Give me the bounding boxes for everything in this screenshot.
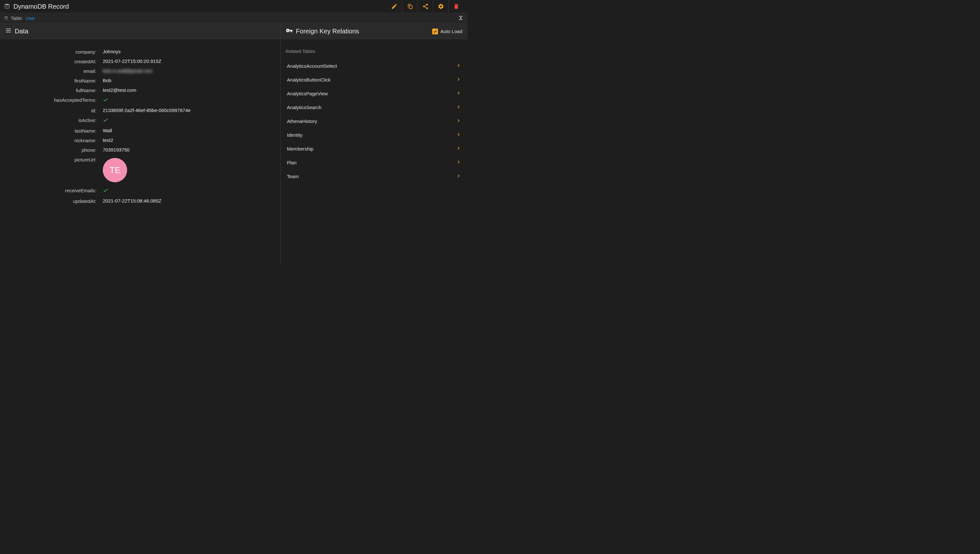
field-value: test2: [103, 137, 274, 143]
related-table-item[interactable]: AnalyticsAccountSelect: [286, 59, 462, 73]
app-header: DynamoDB Record: [0, 0, 467, 13]
field-row: updatedAt:2021-07-22T15:08:46.085Z: [6, 198, 274, 204]
chevron-right-icon: [456, 104, 461, 110]
field-key: id:: [6, 108, 103, 113]
field-row: id:2133659f-2a2f-46ef-85be-065c5997674e: [6, 108, 274, 113]
related-table-item[interactable]: AnalyticsSearch: [286, 100, 462, 114]
field-row: phone:7039193750: [6, 147, 274, 153]
field-row: nickname:test2: [6, 137, 274, 143]
related-table-item[interactable]: Team: [286, 169, 462, 183]
chevron-right-icon: [456, 159, 461, 166]
field-value: 2133659f-2a2f-46ef-85be-065c5997674e: [103, 108, 274, 113]
header-actions: [387, 0, 464, 13]
field-value: 2021-07-22T15:08:46.085Z: [103, 198, 274, 204]
chevron-right-icon: [456, 132, 461, 138]
header-left: DynamoDB Record: [4, 3, 69, 10]
edit-button[interactable]: [387, 0, 402, 13]
database-icon: [4, 16, 8, 21]
field-row: receiveEmails:: [6, 188, 274, 194]
related-tables-list: AnalyticsAccountSelectAnalyticsButtonCli…: [286, 59, 462, 183]
database-icon: [4, 3, 10, 10]
copy-button[interactable]: [402, 0, 417, 13]
data-section-header: Data: [0, 24, 280, 39]
related-table-item[interactable]: AnalyticsPageView: [286, 87, 462, 100]
chevron-right-icon: [456, 118, 461, 124]
related-table-item[interactable]: Membership: [286, 142, 462, 156]
field-row: fullName:test2@test.com: [6, 87, 274, 93]
checkbox-checked-icon: [432, 29, 438, 34]
related-table-item[interactable]: AthenaHistory: [286, 114, 462, 128]
fk-panel: Foreign Key Relations Auto Load Related …: [280, 24, 467, 264]
autoload-toggle[interactable]: Auto Load: [432, 29, 462, 34]
related-table-name: Identity: [287, 132, 303, 138]
related-table-name: AnalyticsSearch: [287, 105, 322, 110]
field-row: firstName:Bob: [6, 78, 274, 83]
field-key: phone:: [6, 147, 103, 153]
svg-rect-1: [409, 6, 412, 9]
data-panel: Data company:Johnnys createdAt:2021-07-2…: [0, 24, 280, 264]
field-key: isActive:: [6, 117, 103, 123]
record-body: company:Johnnys createdAt:2021-07-22T15:…: [0, 39, 280, 217]
chevron-right-icon: [456, 77, 461, 83]
field-key: pictureUrl:: [6, 157, 103, 162]
svg-point-3: [423, 6, 424, 7]
svg-point-0: [5, 4, 9, 5]
field-row: pictureUrl:TE: [6, 157, 274, 184]
expand-button[interactable]: [458, 15, 464, 22]
field-row: lastName:Wall: [6, 128, 274, 134]
field-value-check: [103, 188, 274, 194]
field-key: hasAcceptedTerms:: [6, 97, 103, 103]
field-value: Bob: [103, 78, 274, 83]
field-key: lastName:: [6, 128, 103, 134]
table-label: Table:: [11, 16, 23, 21]
settings-button[interactable]: [433, 0, 448, 13]
fk-section-title: Foreign Key Relations: [286, 27, 359, 36]
field-key: nickname:: [6, 137, 103, 143]
fk-title-text: Foreign Key Relations: [296, 28, 359, 35]
related-table-name: AnalyticsPageView: [287, 91, 328, 96]
main-content: Data company:Johnnys createdAt:2021-07-2…: [0, 24, 467, 264]
breadcrumb: Table: User: [4, 16, 35, 21]
field-value: 7039193750: [103, 147, 274, 153]
field-value-check: [103, 117, 274, 124]
field-key: company:: [6, 49, 103, 54]
chevron-right-icon: [456, 174, 461, 180]
related-table-item[interactable]: Identity: [286, 128, 462, 142]
field-value: test2@test.com: [103, 87, 274, 93]
field-row: company:Johnnys: [6, 49, 274, 54]
key-icon: [286, 27, 293, 36]
svg-point-2: [426, 4, 428, 5]
table-name-link[interactable]: User: [25, 16, 35, 21]
related-table-name: Membership: [287, 146, 314, 151]
field-row: isActive:: [6, 117, 274, 124]
svg-point-5: [5, 16, 7, 18]
field-row: createdAt:2021-07-22T15:00:20.915Z: [6, 59, 274, 64]
field-value-avatar: TE: [103, 157, 274, 184]
chevron-right-icon: [456, 146, 461, 152]
related-table-item[interactable]: AnalyticsButtonClick: [286, 73, 462, 87]
related-tables-label: Related Tables: [286, 49, 462, 54]
related-table-name: Team: [287, 174, 299, 179]
field-value: Johnnys: [103, 49, 274, 54]
page-title: DynamoDB Record: [13, 3, 69, 10]
fk-section-header: Foreign Key Relations Auto Load: [280, 24, 467, 39]
related-table-name: AthenaHistory: [287, 118, 317, 124]
svg-point-4: [426, 7, 428, 9]
related-table-name: AnalyticsAccountSelect: [287, 63, 337, 69]
field-value-check: [103, 97, 274, 103]
chevron-right-icon: [456, 91, 461, 97]
list-icon: [5, 27, 11, 35]
avatar: TE: [103, 158, 127, 182]
fk-body: Related Tables AnalyticsAccountSelectAna…: [280, 39, 467, 193]
field-key: createdAt:: [6, 59, 103, 64]
related-table-item[interactable]: Plan: [286, 156, 462, 169]
field-row: email:bob.m.wall@gmail.com: [6, 68, 274, 74]
chevron-right-icon: [456, 63, 461, 69]
field-key: email:: [6, 68, 103, 74]
share-button[interactable]: [417, 0, 433, 13]
field-value: 2021-07-22T15:00:20.915Z: [103, 59, 274, 64]
field-key: receiveEmails:: [6, 188, 103, 193]
data-section-title: Data: [5, 27, 28, 35]
field-row: hasAcceptedTerms:: [6, 97, 274, 103]
delete-button[interactable]: [448, 0, 464, 13]
